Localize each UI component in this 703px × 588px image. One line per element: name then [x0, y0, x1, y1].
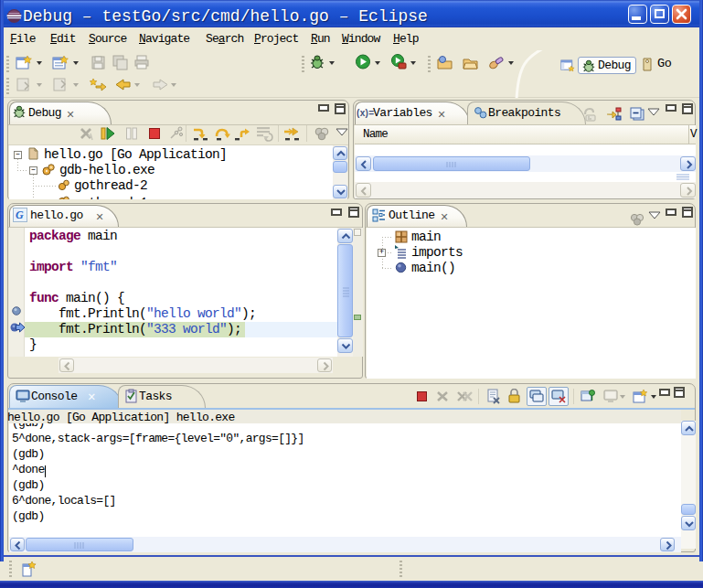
- svg-text:(x)=: (x)=: [357, 108, 374, 118]
- svg-text:G: G: [16, 208, 24, 221]
